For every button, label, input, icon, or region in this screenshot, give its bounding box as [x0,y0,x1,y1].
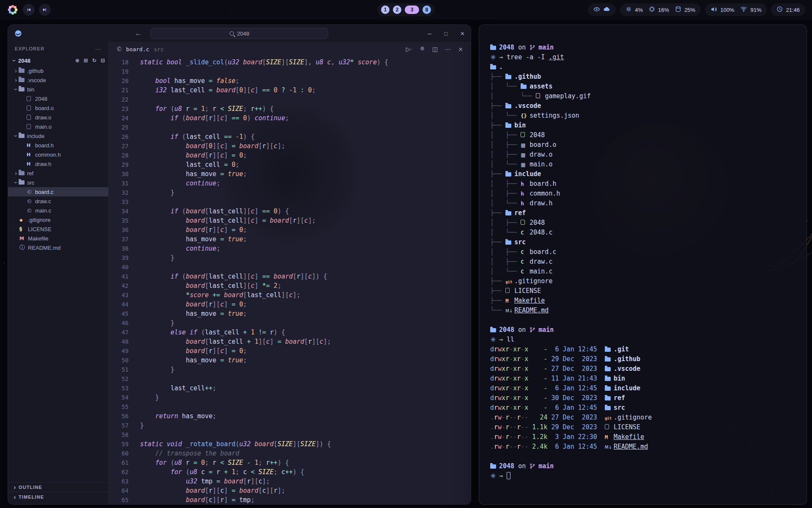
code-line[interactable]: 61 for (u8 r = 0; r < SIZE - 1; r++) { [109,458,471,467]
tree-item-bin[interactable]: ›bin [8,85,108,94]
timeline-panel[interactable]: › TIMELINE [8,492,108,502]
code-line[interactable]: 62 for (u8 c = r + 1; c < SIZE; c++) { [109,467,471,477]
project-root-row[interactable]: › 2048 ⊕ ⊞ ↻ ⊟ [8,55,108,66]
collapse-all-icon[interactable]: ⊟ [101,58,105,64]
tree-item-draw.c[interactable]: ©draw.c [8,196,108,206]
tree-item-LICENSE[interactable]: §LICENSE [8,224,108,234]
tree-item-board.h[interactable]: Hboard.h [8,141,108,150]
tree-item-board.c[interactable]: ©board.c [8,187,108,196]
code-line[interactable]: 49 board[r][c] = 0; [109,346,471,356]
code-line[interactable]: 28 board[r][c] = 0; [109,151,471,160]
code-line[interactable]: 57} [109,421,471,430]
code-line[interactable]: 60 // transpose the board [109,449,471,458]
workspace-3[interactable]: 3 [405,6,419,14]
close-button[interactable]: ✕ [460,30,465,37]
weather-widget[interactable] [588,3,616,16]
code-line[interactable]: 52 [109,374,471,384]
terminal-window[interactable]: 2048 on main→ tree -a -I .git.├── .githu… [479,25,807,505]
code-line[interactable]: 37 has_move = true; [109,235,471,244]
new-file-icon[interactable]: ⊕ [75,58,80,64]
vscode-titlebar[interactable]: ← → 2048 ─ □ ✕ [8,25,471,42]
tree-item-ref[interactable]: ›ref [8,168,108,178]
code-line[interactable]: 21 i32 last_cell = board[0][c] == 0 ? -1… [109,86,471,95]
workspace-2[interactable]: 2 [393,6,401,14]
code-line[interactable]: 39 } [109,253,471,262]
code-line[interactable]: 41 if (board[last_cell][c] == board[r][c… [109,272,471,281]
settings-logo-icon[interactable] [7,4,19,16]
code-line[interactable]: 64 board[r][c] = board[c][r]; [109,486,471,495]
code-line[interactable]: 35 board[last_cell][c] = board[r][c]; [109,216,471,225]
code-line[interactable]: 33 [109,197,471,207]
tree-item-common.h[interactable]: Hcommon.h [8,150,108,159]
code-line[interactable]: 38 continue; [109,244,471,253]
media-prev-button[interactable] [23,4,35,16]
code-line[interactable]: 59static void _rotate_board(u32 board[SI… [109,439,471,449]
code-line[interactable]: 45 has_move = true; [109,309,471,318]
code-line[interactable]: 65 board[c][r] = tmp; [109,495,471,504]
code-line[interactable]: 29 last_cell = 0; [109,160,471,169]
settings-gear-icon[interactable] [420,46,425,52]
code-line[interactable]: 40 [109,262,471,272]
code-line[interactable]: 53 last_cell++; [109,384,471,393]
terminal-content[interactable]: 2048 on main→ tree -a -I .git.├── .githu… [479,25,807,489]
code-line[interactable]: 43 *score += board[last_cell][c]; [109,290,471,300]
tree-item-.gitignore[interactable]: ◆.gitignore [8,215,108,224]
code-line[interactable]: 48 board[last_cell + 1][c] = board[r][c]… [109,337,471,346]
clock-widget[interactable]: 21:46 [771,3,805,16]
maximize-button[interactable]: □ [444,30,447,37]
code-line[interactable]: 24 if (board[r][c] == 0) continue; [109,113,471,123]
tree-item-draw.h[interactable]: Hdraw.h [8,159,108,168]
code-line[interactable]: 26 if (last_cell == -1) { [109,132,471,141]
audio-network-widget[interactable]: 100% 91% [705,3,767,16]
new-folder-icon[interactable]: ⊞ [84,58,88,64]
tree-item-Makefile[interactable]: MMakefile [8,234,108,243]
tree-item-main.o[interactable]: main.o [8,122,108,131]
refresh-icon[interactable]: ↻ [92,58,96,64]
code-line[interactable]: 63 u32 tmp = board[r][c]; [109,477,471,486]
code-line[interactable]: 55 [109,402,471,411]
code-line[interactable]: 50 has_move = true; [109,356,471,365]
code-line[interactable]: 31 continue; [109,179,471,188]
workspace-8[interactable]: 8 [422,6,431,14]
code-area[interactable]: 18static bool _slide_col(u32 board[SIZE]… [109,56,471,504]
code-line[interactable]: 44 board[r][c] = 0; [109,300,471,309]
more-actions-icon[interactable]: ⋯ [445,46,451,52]
tree-item-README.md[interactable]: ⓘREADME.md [8,243,108,252]
tree-item-draw.o[interactable]: draw.o [8,113,108,122]
code-line[interactable]: 54 } [109,393,471,402]
code-line[interactable]: 19 [109,67,471,76]
workspace-1[interactable]: 1 [381,6,390,14]
system-stats-widget[interactable]: 4% 16% 25% [620,3,701,16]
tree-item-2048[interactable]: 2048 [8,94,108,103]
tree-item-include[interactable]: ›include [8,131,108,141]
breadcrumb-file[interactable]: board.c [126,46,149,52]
code-line[interactable]: 18static bool _slide_col(u32 board[SIZE]… [109,58,471,67]
code-line[interactable]: 27 board[0][c] = board[r][c]; [109,141,471,151]
code-line[interactable]: 34 if (board[last_cell][c] == 0) { [109,207,471,216]
code-line[interactable]: 36 board[r][c] = 0; [109,225,471,235]
outline-panel[interactable]: › OUTLINE [8,482,108,492]
code-line[interactable]: 32 } [109,188,471,197]
code-line[interactable]: 23 for (u8 r = 1; r < SIZE; r++) { [109,104,471,113]
code-line[interactable]: 58 [109,430,471,439]
code-line[interactable]: 56 return has_move; [109,411,471,421]
explorer-more-icon[interactable]: ··· [95,46,102,52]
media-next-button[interactable] [39,4,51,16]
nav-back-button[interactable]: ← [135,30,142,37]
code-line[interactable]: 42 board[last_cell][c] *= 2; [109,281,471,290]
code-line[interactable]: 47 else if (last_cell + 1 != r) { [109,328,471,337]
code-line[interactable]: 25 [109,123,471,132]
run-button[interactable]: ▷ˇ [406,46,412,53]
tree-item-board.o[interactable]: board.o [8,103,108,113]
tree-item-src[interactable]: ›src [8,178,108,187]
tree-item-.vscode[interactable]: ›.vscode [8,75,108,85]
tree-item-.github[interactable]: ›.github [8,66,108,75]
code-line[interactable]: 46 } [109,318,471,328]
minimize-button[interactable]: ─ [428,30,431,37]
titlebar-search[interactable]: 2048 [151,28,328,39]
code-line[interactable]: 20 bool has_move = false; [109,76,471,86]
code-line[interactable]: 30 has_move = true; [109,169,471,179]
code-line[interactable]: 22 [109,95,471,104]
breadcrumb-path[interactable]: src [154,46,164,52]
split-editor-icon[interactable]: ◫ [432,46,438,52]
